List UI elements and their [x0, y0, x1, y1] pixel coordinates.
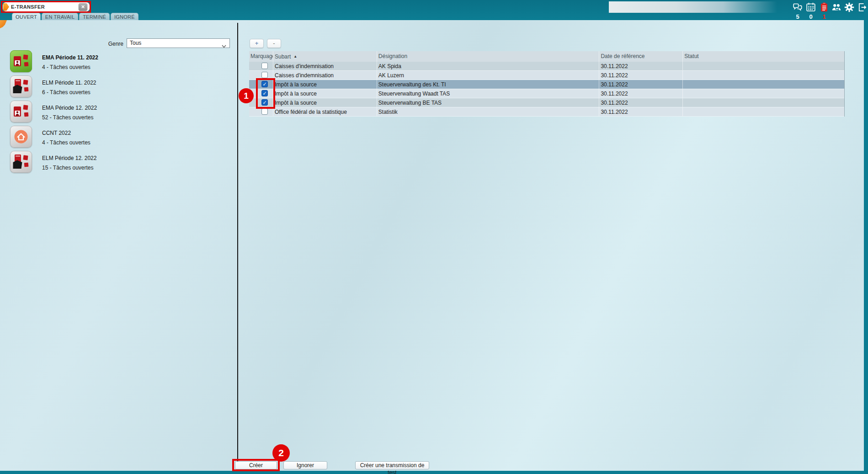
cell-designation: Steuerverwaltung des Kt. TI	[377, 80, 600, 89]
tab-ignore[interactable]: IGNORÉ	[111, 13, 138, 20]
column-header-subart[interactable]: Subart▲	[273, 51, 377, 62]
tab-arrow-icon	[3, 3, 9, 11]
sidebar-item-subtitle: 4 - Tâches ouvertes	[42, 64, 91, 70]
window-bottom-edge	[0, 471, 868, 474]
row-checkbox[interactable]	[261, 63, 268, 69]
sidebar-item-subtitle: 6 - Tâches ouvertes	[42, 89, 91, 96]
people-search-icon[interactable]	[831, 2, 842, 13]
annotation-step-2-badge: 2	[272, 444, 290, 462]
sidebar-item-title: ELM Période 12. 2022	[42, 155, 96, 161]
tab-ouvert[interactable]: OUVERT	[12, 13, 41, 20]
tab-termine[interactable]: TERMINÉ	[79, 13, 110, 20]
table-row[interactable]: Caisses d'indemnisation AK Luzern 30.11.…	[249, 71, 844, 80]
logout-icon[interactable]	[857, 2, 868, 13]
cell-designation: Statistik	[377, 107, 600, 116]
document-tab-label: E-TRANSFER	[11, 4, 78, 10]
cell-designation: Steuerverwaltung Waadt TAS	[377, 89, 600, 98]
cell-subart: Caisses d'indemnisation	[273, 62, 377, 70]
sidebar-item-title: CCNT 2022	[42, 130, 71, 136]
header-icon-cluster: 5 0 1	[791, 1, 864, 20]
annotation-step-1-badge: 1	[239, 88, 254, 103]
table-row-selected[interactable]: Impôt à la source Steuerverwaltung des K…	[249, 80, 844, 89]
column-header-marquage[interactable]: Marquage	[249, 51, 273, 62]
row-checkbox[interactable]	[261, 108, 268, 115]
cell-statut	[683, 62, 844, 70]
cell-subart: Caisses d'indemnisation	[273, 71, 377, 80]
genre-label: Genre	[91, 41, 123, 47]
cell-date: 30.11.2022	[599, 107, 683, 116]
tab-en-travail[interactable]: EN TRAVAIL	[42, 13, 78, 20]
row-checkbox[interactable]	[261, 72, 268, 78]
table-row[interactable]: Impôt à la source Steuerverwaltung Waadt…	[249, 89, 844, 98]
header-gradient-bar	[609, 1, 777, 13]
settings-gear-icon[interactable]	[844, 2, 855, 13]
ema-icon	[10, 101, 32, 122]
table-row[interactable]: Impôt à la source Steuerverwaltung BE TA…	[249, 98, 844, 107]
sidebar-item-subtitle: 15 - Tâches ouvertes	[42, 165, 94, 171]
chat-icon[interactable]	[792, 2, 803, 13]
sidebar-item-ema-12-2022[interactable]: EMA Période 12. 2022 52 - Tâches ouverte…	[10, 101, 202, 123]
row-checkbox[interactable]	[261, 99, 268, 106]
sidebar-item-ema-11-2022[interactable]: EMA Période 11. 2022 4 - Tâches ouvertes	[10, 50, 202, 73]
table-row[interactable]: Office fédéral de la statistique Statist…	[249, 107, 844, 117]
cell-statut	[683, 107, 844, 116]
document-tab-etransfer[interactable]: E-TRANSFER ×	[3, 2, 90, 11]
calendar-badge: 0	[805, 13, 816, 20]
sort-ascending-icon: ▲	[293, 54, 297, 59]
sidebar-item-title: EMA Période 12. 2022	[42, 105, 97, 111]
row-checkbox[interactable]	[261, 81, 268, 87]
cell-designation: Steuerverwaltung BE TAS	[377, 98, 600, 107]
tasks-table: Marquage Subart▲ Désignation Date de réf…	[249, 51, 845, 117]
column-header-date[interactable]: Date de référence	[599, 51, 683, 62]
chevron-down-icon	[222, 42, 226, 45]
cell-statut	[683, 80, 844, 89]
cell-subart: Impôt à la source	[273, 89, 377, 98]
tasks-icon[interactable]	[819, 2, 830, 13]
sidebar-item-title: EMA Période 11. 2022	[42, 54, 98, 61]
row-checkbox[interactable]	[261, 90, 268, 96]
sidebar-item-subtitle: 4 - Tâches ouvertes	[42, 139, 91, 146]
elm-icon	[10, 151, 32, 173]
table-header-row: Marquage Subart▲ Désignation Date de réf…	[249, 51, 844, 62]
cell-subart: Office fédéral de la statistique	[273, 107, 377, 116]
sidebar-item-elm-11-2022[interactable]: ELM Période 11. 2022 6 - Tâches ouvertes	[10, 75, 202, 98]
close-icon[interactable]: ×	[78, 3, 88, 11]
elm-icon	[10, 75, 32, 97]
cell-statut	[683, 98, 844, 107]
column-header-statut[interactable]: Statut	[683, 51, 844, 62]
cell-subart: Impôt à la source	[273, 80, 377, 89]
add-button[interactable]: +	[250, 39, 264, 48]
cell-subart: Impôt à la source	[273, 98, 377, 107]
sidebar-main-divider[interactable]	[237, 23, 238, 471]
column-header-designation[interactable]: Désignation	[377, 51, 600, 62]
cell-date: 30.11.2022	[599, 71, 683, 80]
ignore-button[interactable]: Ignorer	[283, 461, 327, 469]
calendar-icon[interactable]	[805, 2, 816, 13]
cell-statut	[683, 71, 844, 80]
sidebar-item-ccnt-2022[interactable]: CCNT 2022 4 - Tâches ouvertes	[10, 126, 202, 149]
cell-designation: AK Luzern	[377, 71, 600, 80]
genre-select-value: Tous	[130, 40, 141, 46]
create-button[interactable]: Créer	[235, 461, 277, 469]
remove-button[interactable]: -	[267, 39, 281, 48]
cell-date: 30.11.2022	[599, 89, 683, 98]
cell-statut	[683, 89, 844, 98]
sidebar-item-elm-12-2022[interactable]: ELM Période 12. 2022 15 - Tâches ouverte…	[10, 151, 202, 174]
ema-green-icon	[10, 50, 32, 72]
genre-select[interactable]: Tous	[127, 38, 230, 48]
cell-date: 30.11.2022	[599, 62, 683, 70]
chat-badge: 5	[792, 13, 803, 20]
ccnt-house-icon	[10, 126, 32, 148]
sidebar-item-subtitle: 52 - Tâches ouvertes	[42, 114, 94, 121]
create-test-transmission-button[interactable]: Créer une transmission de test	[355, 461, 429, 469]
sidebar-item-title: ELM Période 11. 2022	[42, 80, 96, 86]
cell-date: 30.11.2022	[599, 80, 683, 89]
status-tab-bar: OUVERT EN TRAVAIL TERMINÉ IGNORÉ	[12, 13, 138, 20]
cell-designation: AK Spida	[377, 62, 600, 70]
tasks-badge: 1	[819, 13, 830, 20]
window-right-edge	[864, 0, 868, 474]
table-row[interactable]: Caisses d'indemnisation AK Spida 30.11.2…	[249, 62, 844, 71]
cell-date: 30.11.2022	[599, 98, 683, 107]
